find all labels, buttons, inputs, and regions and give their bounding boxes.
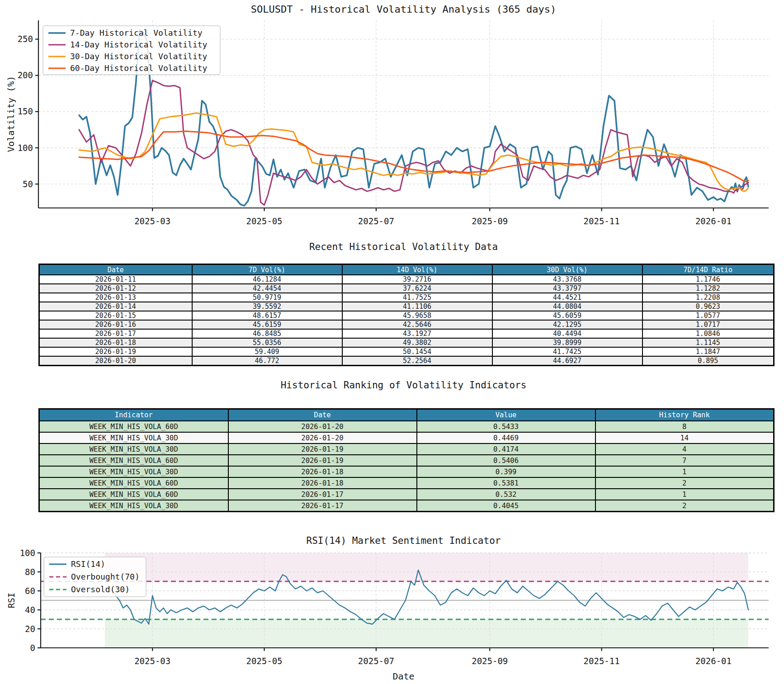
legend-label: Overbought(70): [71, 572, 140, 581]
y-tick-label: 100: [18, 143, 33, 153]
table-cell: 39.5592: [192, 302, 342, 311]
table-cell: 45.9658: [342, 311, 492, 320]
table-row: 2026-01-1746.848543.192740.44941.0846: [39, 329, 774, 338]
table-cell: 2026-01-18: [228, 477, 417, 489]
table-cell: 0.532: [417, 489, 595, 500]
table-cell: 52.2564: [342, 356, 492, 366]
table-cell: 1.2208: [642, 293, 774, 302]
overbought-band: [105, 553, 748, 581]
table-cell: 42.5646: [342, 320, 492, 329]
table-cell: 1.1746: [642, 275, 774, 284]
x-tick-label: 2025-07: [358, 216, 394, 226]
header-row: Date7D Vol(%)14D Vol(%)30D Vol(%)7D/14D …: [39, 264, 774, 275]
recent-volatility-table: Date7D Vol(%)14D Vol(%)30D Vol(%)7D/14D …: [38, 264, 775, 366]
y-tick-label: 20: [25, 624, 35, 634]
x-tick-label: 2025-09: [472, 656, 508, 666]
table-row: WEEK_MIN_HIS_VOLA_30D2026-01-170.40452: [39, 500, 774, 512]
y-tick-label: 40: [25, 605, 35, 615]
table-cell: 46.1284: [192, 275, 342, 284]
column-header: 14D Vol(%): [342, 264, 492, 275]
legend-label: 30-Day Historical Volatility: [70, 52, 208, 61]
table-cell: WEEK_MIN_HIS_VOLA_30D: [39, 443, 228, 455]
column-header: History Rank: [595, 409, 774, 421]
y-tick-label: 250: [18, 34, 33, 44]
y-tick-label: 200: [18, 70, 33, 80]
table-cell: 55.0356: [192, 338, 342, 347]
table-cell: 44.0804: [492, 302, 642, 311]
column-header: Date: [228, 409, 417, 421]
table-cell: 2026-01-19: [228, 455, 417, 466]
table-cell: WEEK_MIN_HIS_VOLA_60D: [39, 455, 228, 466]
y-tick-label: 80: [25, 567, 35, 577]
table-cell: 0.4469: [417, 432, 595, 443]
table-cell: WEEK_MIN_HIS_VOLA_30D: [39, 466, 228, 477]
table-row: 2026-01-1242.445437.622443.37971.1282: [39, 284, 774, 293]
table-cell: 14: [595, 432, 774, 443]
table-row: 2026-01-1645.615942.564642.12951.0717: [39, 320, 774, 329]
rsi-chart-title: RSI(14) Market Sentiment Indicator: [38, 535, 769, 546]
table-cell: 2026-01-11: [39, 275, 192, 284]
table-cell: 41.7425: [492, 347, 642, 356]
table-cell: WEEK_MIN_HIS_VOLA_60D: [39, 477, 228, 489]
recent-table-title: Recent Historical Volatility Data: [38, 241, 769, 252]
table-row: 2026-01-1959.40950.145441.74251.1847: [39, 347, 774, 356]
table-row: WEEK_MIN_HIS_VOLA_30D2026-01-180.3991: [39, 466, 774, 477]
column-header: 30D Vol(%): [492, 264, 642, 275]
volatility-chart-title: SOLUSDT - Historical Volatility Analysis…: [38, 4, 769, 15]
table-cell: 2026-01-19: [39, 347, 192, 356]
table-cell: 41.1106: [342, 302, 492, 311]
table-row: WEEK_MIN_HIS_VOLA_30D2026-01-200.446914: [39, 432, 774, 443]
table-cell: 1: [595, 466, 774, 477]
table-cell: 0.4174: [417, 443, 595, 455]
table-cell: 7: [595, 455, 774, 466]
table-row: WEEK_MIN_HIS_VOLA_60D2026-01-180.53812: [39, 477, 774, 489]
x-tick-label: 2026-01: [695, 656, 732, 666]
header-row: IndicatorDateValueHistory Rank: [39, 409, 774, 421]
table-cell: 39.2716: [342, 275, 492, 284]
table-cell: 0.5433: [417, 421, 595, 432]
table-cell: 40.4494: [492, 329, 642, 338]
rsi-chart: 0204060801002025-032025-052025-072025-09…: [20, 548, 769, 666]
x-tick-label: 2025-05: [246, 216, 282, 226]
y-tick-label: 0: [30, 643, 35, 653]
table-cell: 43.1927: [342, 329, 492, 338]
table-cell: 50.9719: [192, 293, 342, 302]
y-tick-label: 50: [23, 179, 33, 189]
table-cell: WEEK_MIN_HIS_VOLA_30D: [39, 500, 228, 512]
x-tick-label: 2025-03: [134, 656, 170, 666]
legend: 7-Day Historical Volatility14-Day Histor…: [43, 26, 220, 75]
volatility-ranking-table: IndicatorDateValueHistory RankWEEK_MIN_H…: [38, 408, 775, 512]
volatility-ranking-table-container: IndicatorDateValueHistory RankWEEK_MIN_H…: [38, 408, 775, 512]
table-cell: 2026-01-12: [39, 284, 192, 293]
column-header: 7D/14D Ratio: [642, 264, 774, 275]
table-cell: 1.1847: [642, 347, 774, 356]
legend-label: 60-Day Historical Volatility: [70, 63, 208, 73]
y-tick-label: 60: [25, 586, 35, 596]
legend-label: 14-Day Historical Volatility: [70, 40, 208, 49]
table-cell: 2: [595, 477, 774, 489]
x-tick-label: 2025-11: [584, 656, 620, 666]
table-cell: 2026-01-17: [228, 500, 417, 512]
table-cell: 2026-01-20: [39, 356, 192, 366]
x-tick-label: 2025-03: [134, 216, 170, 226]
table-cell: 2026-01-16: [39, 320, 192, 329]
table-row: 2026-01-1855.035649.380239.89991.1145: [39, 338, 774, 347]
table-cell: 42.1295: [492, 320, 642, 329]
table-cell: 2026-01-18: [228, 466, 417, 477]
table-cell: 2026-01-19: [228, 443, 417, 455]
oversold-band: [105, 619, 748, 648]
table-cell: 2026-01-20: [228, 432, 417, 443]
table-row: WEEK_MIN_HIS_VOLA_60D2026-01-200.54338: [39, 421, 774, 432]
x-tick-label: 2026-01: [695, 216, 732, 226]
column-header: Date: [39, 264, 192, 275]
table-cell: 1: [595, 489, 774, 500]
table-row: WEEK_MIN_HIS_VOLA_30D2026-01-190.41744: [39, 443, 774, 455]
x-tick-label: 2025-09: [472, 216, 508, 226]
table-cell: WEEK_MIN_HIS_VOLA_30D: [39, 432, 228, 443]
table-cell: 0.895: [642, 356, 774, 366]
table-row: 2026-01-1146.128439.271643.37681.1746: [39, 275, 774, 284]
table-cell: 44.6927: [492, 356, 642, 366]
x-tick-label: 2025-05: [246, 656, 282, 666]
table-cell: 44.4521: [492, 293, 642, 302]
table-cell: 42.4454: [192, 284, 342, 293]
